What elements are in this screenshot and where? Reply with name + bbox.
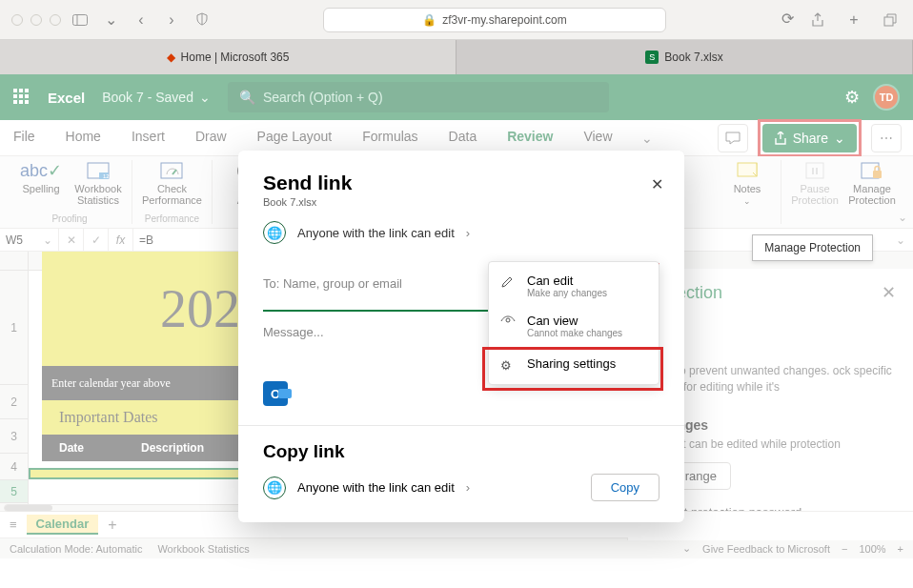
pause-protection-button[interactable]: Pause Protection — [791, 160, 839, 206]
sidebar-icon[interactable] — [69, 9, 91, 31]
row-headers: 1 2 3 4 5 — [0, 252, 29, 511]
col-description: Description — [141, 441, 204, 455]
chevron-down-icon[interactable]: ⌄ — [641, 131, 653, 146]
window-controls — [11, 14, 61, 26]
stats-icon: 123 — [84, 160, 112, 181]
to-placeholder: To: Name, group or email — [263, 276, 402, 291]
manage-protection-tooltip: Manage Protection — [752, 234, 873, 261]
svg-point-15 — [506, 318, 510, 322]
gear-icon[interactable]: ⚙ — [844, 87, 860, 108]
close-icon[interactable]: ✕ — [651, 175, 663, 193]
tab-draw[interactable]: Draw — [193, 120, 229, 155]
add-sheet-icon[interactable]: + — [108, 517, 116, 534]
svg-text:123: 123 — [103, 173, 111, 179]
send-link-dialog: Send link Book 7.xlsx ✕ 🌐 Anyone with th… — [238, 151, 684, 522]
search-input[interactable]: 🔍 Search (Option + Q) — [228, 82, 609, 112]
reload-icon[interactable]: ⟳ — [776, 8, 799, 30]
browser-tab-book7[interactable]: S Book 7.xlsx — [456, 40, 913, 74]
chevron-down-icon[interactable]: ⌄ — [99, 9, 122, 31]
url-text: zf3vr-my.sharepoint.com — [442, 13, 566, 27]
forward-icon[interactable]: › — [160, 9, 183, 31]
calc-mode: Calculation Mode: Automatic — [10, 543, 142, 555]
app-launcher-icon[interactable] — [13, 89, 30, 106]
workbook-stats-link[interactable]: Workbook Statistics — [157, 543, 249, 555]
chevron-down-icon[interactable]: ⌄ — [682, 542, 691, 555]
check-performance-button[interactable]: Check Performance — [142, 160, 202, 206]
shield-icon[interactable] — [191, 8, 213, 30]
zoom-in-icon[interactable]: + — [898, 543, 903, 555]
perm-label: Can view — [527, 314, 622, 328]
more-button[interactable]: ⋯ — [871, 124, 902, 152]
zoom-out-icon[interactable]: − — [842, 543, 847, 555]
maximize-window[interactable] — [50, 14, 61, 26]
spelling-icon: abc✓ — [27, 160, 55, 181]
row-header[interactable]: 3 — [0, 419, 28, 454]
cancel-formula-icon[interactable]: ✕ — [59, 229, 84, 251]
browser-tab-home[interactable]: ◆ Home | Microsoft 365 — [0, 40, 456, 74]
copy-scope-label[interactable]: Anyone with the link can edit — [297, 480, 455, 495]
perm-can-edit[interactable]: Can edit Make any changes — [489, 266, 659, 306]
close-icon[interactable]: ✕ — [882, 282, 896, 303]
row-header[interactable]: 2 — [0, 385, 28, 419]
back-icon[interactable]: ‹ — [130, 9, 152, 31]
manage-protection-button[interactable]: Manage Protection — [848, 160, 896, 206]
notes-button[interactable]: Notes ⌄ — [723, 160, 771, 206]
spelling-button[interactable]: abc✓ Spelling — [17, 160, 65, 206]
minimize-window[interactable] — [30, 14, 42, 26]
perm-can-view[interactable]: Can view Cannot make changes — [489, 306, 659, 346]
performance-icon — [157, 160, 186, 181]
sheet-menu-icon[interactable]: ≡ — [10, 517, 17, 532]
group-protection: Pause Protection Manage Protection — [781, 160, 905, 224]
scope-label: Anyone with the link can edit — [297, 226, 455, 240]
col-date: Date — [59, 441, 84, 455]
perm-sublabel: Make any changes — [527, 288, 607, 298]
share-button[interactable]: Share ⌄ — [762, 124, 857, 152]
chevron-down-icon: ⌄ — [834, 131, 845, 146]
svg-line-8 — [172, 170, 176, 174]
browser-tab-strip: ◆ Home | Microsoft 365 S Book 7.xlsx — [0, 40, 913, 74]
url-bar[interactable]: 🔒 zf3vr-my.sharepoint.com — [323, 8, 666, 32]
group-performance: Check Performance Performance — [132, 160, 213, 224]
share-icon[interactable] — [806, 9, 829, 31]
select-all[interactable] — [0, 252, 28, 271]
new-tab-icon[interactable]: + — [842, 9, 865, 31]
pause-icon — [801, 160, 829, 181]
copy-button[interactable]: Copy — [591, 474, 659, 501]
tab-file[interactable]: File — [11, 120, 37, 155]
group-label: Performance — [145, 213, 199, 224]
svg-rect-7 — [161, 163, 182, 178]
chevron-right-icon: › — [466, 226, 470, 240]
perm-sublabel: Cannot make changes — [527, 328, 622, 338]
outlook-icon[interactable]: O — [263, 381, 288, 406]
avatar[interactable]: TD — [873, 84, 900, 111]
dialog-subtitle: Book 7.xlsx — [263, 196, 659, 208]
row-header[interactable]: 1 — [0, 271, 28, 385]
brand: Excel — [48, 90, 85, 106]
tab-label: Book 7.xlsx — [664, 51, 722, 64]
ribbon-collapse-icon[interactable]: ⌄ — [898, 211, 907, 224]
svg-rect-3 — [884, 17, 893, 26]
notes-icon — [733, 160, 761, 181]
eye-icon — [500, 315, 517, 327]
svg-rect-12 — [816, 168, 818, 174]
row-header[interactable]: 5 — [0, 480, 28, 503]
document-name[interactable]: Book 7 - Saved ⌄ — [102, 90, 211, 105]
comments-button[interactable] — [718, 124, 748, 152]
expand-formula-icon[interactable]: ⌄ — [888, 233, 913, 247]
tab-insert[interactable]: Insert — [130, 120, 167, 155]
feedback-link[interactable]: Give Feedback to Microsoft — [702, 543, 830, 555]
accept-formula-icon[interactable]: ✓ — [84, 229, 109, 251]
close-window[interactable] — [11, 14, 23, 26]
name-box[interactable]: W5⌄ — [0, 229, 59, 251]
link-scope-button[interactable]: 🌐 Anyone with the link can edit › — [263, 221, 659, 244]
svg-rect-11 — [812, 168, 814, 174]
fx-icon[interactable]: fx — [109, 229, 133, 251]
formula-input[interactable]: =B — [133, 233, 159, 247]
search-icon: 🔍 — [239, 90, 255, 105]
tab-home[interactable]: Home — [64, 120, 103, 155]
tabs-icon[interactable] — [879, 9, 902, 31]
tab-favicon-icon: S — [645, 51, 659, 64]
sheet-tab-calendar[interactable]: Calendar — [27, 515, 99, 535]
row-header[interactable]: 4 — [0, 454, 28, 480]
workbook-stats-button[interactable]: 123 Workbook Statistics — [74, 160, 122, 206]
